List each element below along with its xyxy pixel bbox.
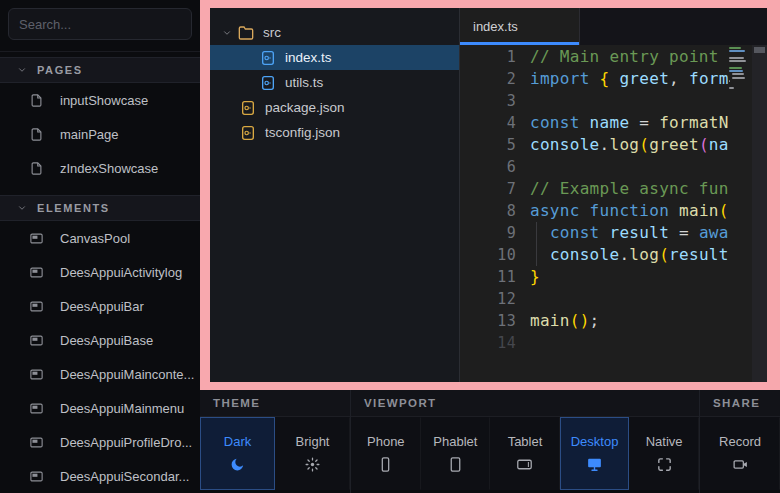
sun-icon [304, 456, 321, 473]
code-token: import [530, 69, 590, 88]
minimap-line [729, 87, 734, 89]
code-token: main [679, 201, 719, 220]
component-icon [29, 367, 44, 382]
sidebar-item-label: mainPage [60, 127, 119, 142]
dark-button[interactable]: Dark [200, 417, 275, 490]
tree-item-package-json[interactable]: package.json [210, 95, 459, 120]
button-label: Record [719, 434, 761, 449]
toolbar-group-share: SHARERecord [699, 390, 780, 493]
ts-file-icon [260, 75, 276, 91]
code-token [669, 201, 679, 220]
code-token: . [600, 135, 610, 154]
button-label: Phone [367, 434, 405, 449]
section-header-elements[interactable]: ELEMENTS [0, 195, 200, 221]
phone-icon [377, 456, 394, 473]
code-token: // Main entry point [530, 47, 719, 66]
section-header-pages[interactable]: PAGES [0, 57, 200, 83]
sidebar-item-deesappuibar[interactable]: DeesAppuiBar [0, 289, 200, 323]
code-line-4: 4const name = formatN [460, 112, 767, 134]
code-line-1: 1// Main entry point [460, 46, 767, 68]
editor-scrollbar[interactable] [752, 45, 767, 382]
code-token: result [609, 223, 669, 242]
sidebar-item-mainpage[interactable]: mainPage [0, 117, 200, 151]
line-number: 13 [460, 310, 530, 332]
search-box [8, 8, 192, 40]
search-input[interactable] [8, 8, 192, 40]
minimap-line [729, 67, 742, 69]
line-number: 8 [460, 200, 530, 222]
scrollbar-thumb[interactable] [754, 47, 765, 53]
toolbar-section-text: SHARE [713, 397, 760, 409]
toolbar-section-label-viewport: VIEWPORT [351, 390, 699, 417]
tablet-button[interactable]: Tablet [490, 417, 560, 490]
phone-button[interactable]: Phone [351, 417, 421, 490]
moon-icon [229, 456, 246, 473]
toolbar-section-text: VIEWPORT [364, 397, 437, 409]
sidebar-item-deesappuibase[interactable]: DeesAppuiBase [0, 323, 200, 357]
minimap-line [729, 60, 746, 62]
sidebar-item-deesappuisecondar[interactable]: DeesAppuiSecondar... [0, 459, 200, 493]
toolbar-buttons: DarkBright [200, 417, 350, 493]
code-token: async [530, 201, 580, 220]
code-token [609, 69, 619, 88]
line-number: 12 [460, 288, 530, 310]
tree-item-tsconfig-json[interactable]: tsconfig.json [210, 120, 459, 145]
sidebar-item-deesappuimainconte[interactable]: DeesAppuiMainconte... [0, 357, 200, 391]
code-token: // Example async fun [530, 179, 729, 198]
line-number: 6 [460, 156, 530, 178]
sidebar-item-deesappuiprofiledro[interactable]: DeesAppuiProfileDro... [0, 425, 200, 459]
code-token: ; [590, 311, 600, 330]
native-button[interactable]: Native [629, 417, 699, 490]
bright-button[interactable]: Bright [275, 417, 350, 490]
preview-inner: srcindex.tsutils.tspackage.jsontsconfig.… [210, 8, 767, 382]
tree-item-utils-ts[interactable]: utils.ts [210, 70, 459, 95]
tree-item-label: package.json [265, 100, 345, 115]
minimap[interactable] [729, 47, 751, 382]
button-label: Desktop [571, 434, 619, 449]
preview-canvas: srcindex.tsutils.tspackage.jsontsconfig.… [200, 0, 780, 390]
sidebar-divider [0, 51, 200, 52]
line-number: 1 [460, 46, 530, 68]
code-line-2: 2import { greet, form [460, 68, 767, 90]
json-file-icon [240, 125, 256, 141]
sidebar-item-zindexshowcase[interactable]: zIndexShowcase [0, 151, 200, 185]
toolbar-section-label-share: SHARE [700, 390, 780, 417]
line-number: 2 [460, 68, 530, 90]
code-line-6: 6 [460, 156, 767, 178]
sidebar-item-label: DeesAppuiBase [60, 333, 153, 348]
tree-item-src[interactable]: src [210, 20, 459, 45]
code-token: log [629, 245, 659, 264]
button-label: Bright [296, 434, 330, 449]
code-line-3: 3 [460, 90, 767, 112]
tree-item-label: tsconfig.json [265, 125, 340, 140]
sidebar-item-deesappuiactivitylog[interactable]: DeesAppuiActivitylog [0, 255, 200, 289]
app-window: PAGESinputShowcasemainPagezIndexShowcase… [0, 0, 780, 493]
code-line-13: 13main(); [460, 310, 767, 332]
code-area[interactable]: 1// Main entry point2import { greet, for… [460, 45, 767, 382]
sidebar-item-canvaspool[interactable]: CanvasPool [0, 221, 200, 255]
code-token: ( [639, 135, 649, 154]
sidebar-sections: PAGESinputShowcasemainPagezIndexShowcase… [0, 57, 200, 493]
toolbar-group-viewport: VIEWPORTPhonePhabletTabletDesktopNative [350, 390, 699, 493]
sidebar-item-label: zIndexShowcase [60, 161, 158, 176]
sidebar-item-deesappuimainmenu[interactable]: DeesAppuiMainmenu [0, 391, 200, 425]
tree-item-index-ts[interactable]: index.ts [210, 45, 459, 70]
line-number: 9 [460, 222, 530, 244]
document-icon [29, 161, 44, 176]
code-token: form [689, 69, 729, 88]
desktop-button[interactable]: Desktop [560, 417, 630, 490]
sidebar-item-inputshowcase[interactable]: inputShowcase [0, 83, 200, 117]
editor-tab-index-ts[interactable]: index.ts [460, 8, 580, 45]
tab-label: index.ts [473, 19, 518, 34]
code-token: function [590, 201, 669, 220]
code-token: ( [699, 135, 709, 154]
toolbar-section-label-theme: THEME [200, 390, 350, 417]
code-token: na [709, 135, 729, 154]
json-file-icon [240, 100, 256, 116]
record-button[interactable]: Record [700, 417, 780, 490]
phablet-button[interactable]: Phablet [421, 417, 491, 490]
minimap-line [729, 80, 730, 82]
tree-item-label: index.ts [285, 50, 332, 65]
line-number: 4 [460, 112, 530, 134]
toolbar-section-text: THEME [213, 397, 260, 409]
